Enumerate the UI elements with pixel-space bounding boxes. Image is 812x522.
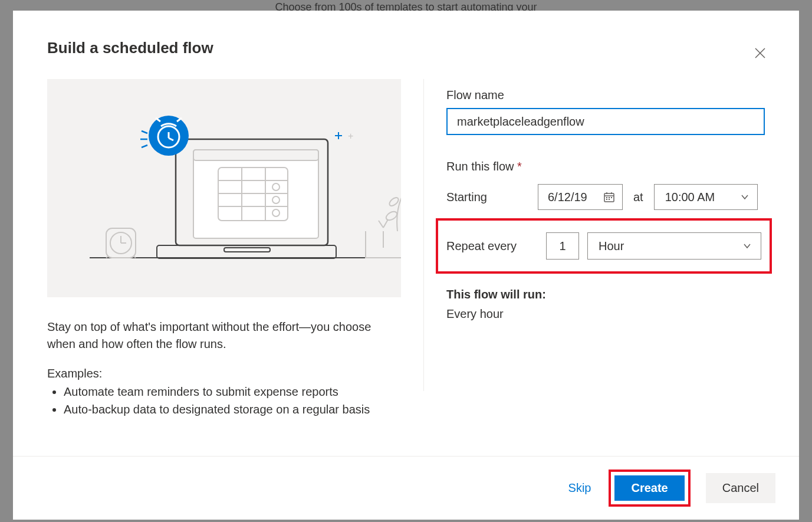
vertical-divider (423, 79, 424, 391)
create-highlight-box: Create (609, 470, 690, 507)
svg-line-23 (142, 145, 147, 147)
starting-label: Starting (446, 191, 538, 204)
repeat-row: Repeat every Hour (446, 232, 761, 260)
left-panel: + (47, 79, 401, 456)
run-summary-label: This flow will run: (446, 288, 765, 301)
svg-rect-41 (606, 197, 607, 198)
repeat-highlight-box: Repeat every Hour (436, 218, 772, 274)
svg-line-21 (142, 131, 147, 133)
at-label: at (633, 191, 643, 204)
scheduled-flow-illustration: + (47, 79, 401, 297)
cancel-button[interactable]: Cancel (706, 473, 775, 503)
svg-text:+: + (348, 131, 353, 141)
skip-button[interactable]: Skip (558, 475, 602, 501)
description-text: Stay on top of what's important without … (47, 319, 383, 353)
flow-name-label: Flow name (446, 88, 765, 102)
examples-list: Automate team reminders to submit expens… (47, 383, 383, 418)
right-panel: Flow name Run this flow * Starting 6/12/… (446, 79, 765, 456)
repeat-unit-value: Hour (599, 239, 624, 253)
svg-rect-2 (224, 248, 270, 252)
starting-time-select[interactable]: 10:00 AM (654, 184, 758, 210)
run-summary-value: Every hour (446, 307, 765, 321)
svg-rect-5 (193, 150, 318, 160)
calendar-icon (603, 191, 615, 203)
flow-name-input[interactable] (446, 108, 765, 135)
starting-time-value: 10:00 AM (665, 191, 715, 204)
modal-title: Build a scheduled flow (47, 39, 213, 57)
scheduled-flow-modal: Build a scheduled flow (13, 11, 799, 520)
run-this-flow-label: Run this flow * (446, 160, 765, 173)
modal-footer: Skip Create Cancel (13, 456, 799, 520)
svg-rect-43 (611, 197, 612, 198)
starting-date-input[interactable]: 6/12/19 (538, 184, 623, 210)
svg-rect-42 (609, 197, 610, 198)
chevron-down-icon (741, 193, 749, 201)
svg-rect-45 (609, 199, 610, 200)
modal-header: Build a scheduled flow (13, 11, 799, 63)
close-button[interactable] (751, 44, 770, 63)
chevron-down-icon (743, 242, 751, 250)
list-item: Auto-backup data to designated storage o… (64, 400, 383, 418)
modal-body: + (13, 63, 799, 456)
repeat-label: Repeat every (446, 239, 546, 253)
starting-date-value: 6/12/19 (548, 191, 587, 204)
repeat-unit-select[interactable]: Hour (587, 232, 761, 260)
svg-point-34 (384, 210, 398, 222)
svg-point-36 (388, 196, 400, 207)
examples-label: Examples: (47, 367, 383, 380)
repeat-value-input[interactable] (546, 232, 579, 260)
svg-rect-44 (606, 199, 607, 200)
create-button[interactable]: Create (614, 475, 684, 501)
list-item: Automate team reminders to submit expens… (64, 383, 383, 400)
starting-row: Starting 6/12/19 at 10:00 AM (446, 184, 765, 210)
required-asterisk: * (517, 160, 522, 173)
close-icon (755, 48, 765, 58)
